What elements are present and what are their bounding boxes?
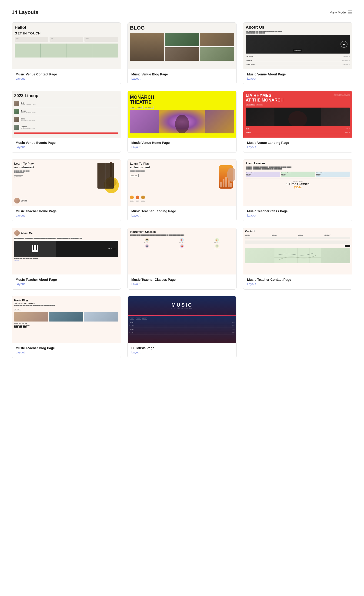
tl-icons: WeeklyClasses FlexibleClasses SpecialCla…	[130, 195, 234, 202]
page-title: 14 Layouts	[12, 9, 38, 15]
page-header: 14 Layouts View Mode	[12, 9, 352, 15]
teacher-about-header: About Me	[14, 230, 118, 237]
monarch-image	[130, 110, 234, 134]
nav-home: Home	[130, 106, 135, 109]
card-info: Music Venue Events Page Layout	[12, 138, 121, 152]
class-item-flute: 🎵 Flute Classes	[130, 244, 164, 250]
view-mode-icon	[348, 10, 352, 14]
card-info: Music Teacher Contact Page Layout	[243, 275, 352, 289]
landing-item: DiviMarch 10	[246, 127, 350, 130]
submit-button[interactable]: Submit	[345, 245, 350, 247]
card-preview: Contact Address ███ ████ Email ███ ████ …	[243, 228, 352, 275]
card-music-teacher-home[interactable]: Learn To Playan Instrument ████████ ████…	[12, 159, 121, 221]
classes-title: Instrument Classes	[130, 230, 234, 233]
card-dj-music[interactable]: MUSIC DJ • LIVE PERFORMER Home Events Mu…	[127, 296, 237, 358]
card-music-venue-about[interactable]: About Us ████ ██ ████████ ████ ██████ ██…	[243, 22, 352, 84]
card-info: Music Teacher Classes Page Layout	[128, 275, 237, 289]
blog-tags: Music Piano Learn	[14, 326, 118, 328]
svg-rect-25	[230, 183, 232, 187]
landing-top: LIA RHYMESAT THE MONARCH Saturday March …	[246, 93, 350, 106]
card-preview: Piano Lessons ████████ ████ ████ ██████ …	[243, 159, 352, 206]
card-music-venue-events[interactable]: 2023 Lineup Divi Saturday, December 8, 2…	[12, 91, 121, 153]
card-info: Music Teacher Blog Page Layout	[12, 343, 121, 358]
card-info: Music Venue Contact Page Layout	[12, 69, 121, 84]
learn-more-link[interactable]: Learn More	[14, 260, 118, 261]
card-music-teacher-blog[interactable]: Music Blog The Best Love Traveled ██████…	[12, 296, 121, 358]
card-music-teacher-contact[interactable]: Contact Address ███ ████ Email ███ ████ …	[243, 228, 352, 290]
card-preview: Learn To Playan Instrument ████████ ████…	[12, 159, 121, 206]
contact-inputs	[245, 237, 350, 240]
cello-icon: 🎼	[215, 244, 219, 248]
card-music-teacher-landing[interactable]: Learn To Playan Instrument ████████ ████…	[127, 159, 237, 221]
mission-label: My Mission	[108, 248, 116, 250]
intermediate-cell: Intermediate Classes ████ ████ Learn Mor…	[281, 171, 315, 177]
events-preview: 2023 Lineup Divi Saturday, December 8, 2…	[12, 91, 121, 138]
play-button: ▶	[341, 41, 348, 48]
btn-contact[interactable]: Contact Us	[256, 104, 263, 106]
contact-fields: Address ███ ████ Email ███ ████ Phone ██…	[245, 233, 350, 236]
card-music-venue-blog[interactable]: BLOG Music Venue Blog Page	[127, 22, 237, 84]
read-more-btn[interactable]: Read More	[14, 309, 21, 311]
btn-tickets[interactable]: Pre-Order Tickets	[246, 104, 255, 106]
class-item-violin: 🎻 Violin Classes	[200, 238, 234, 243]
teacher-home-desc: ████████ ████ ████ ██████████ ██████ ███…	[14, 171, 118, 173]
field-address: Address ···	[84, 37, 118, 42]
key-black	[33, 245, 34, 250]
card-title: Music Venue Landing Page	[247, 141, 349, 145]
contact-map	[15, 44, 118, 58]
event-thumb	[14, 101, 19, 106]
card-music-venue-contact[interactable]: Hello! GET IN TOUCH Phone ··· Email ··· …	[12, 22, 121, 84]
input-name[interactable]	[245, 237, 297, 239]
card-music-teacher-class[interactable]: Piano Lessons ████████ ████ ████ ██████ …	[243, 159, 352, 221]
blog-title: Music Blog	[14, 299, 118, 301]
card-music-teacher-about[interactable]: About Me ████████ ████ ████ ██████ ████ …	[12, 228, 121, 290]
landing-list: DiviMarch 10 BloomMarch 12	[246, 127, 350, 134]
classes-grid: 🎹 Piano Classes 🎸 Guitar Classes 🎻 Violi…	[130, 238, 234, 250]
field-email: Email ███ ████	[272, 233, 298, 236]
view-mode-toggle[interactable]: View Mode	[330, 10, 352, 14]
input-email[interactable]	[298, 237, 350, 239]
card-type: Layout	[247, 214, 349, 217]
field-phone: Phone ···	[15, 37, 48, 42]
beginner-cell: Beginner Classes ████ ████ Learn More	[246, 171, 280, 177]
field-phone: Phone ███ ████	[298, 233, 324, 236]
teacher-home-cta[interactable]: Learn More	[14, 175, 23, 178]
event-thumb	[14, 125, 19, 130]
nav-events: Events	[137, 106, 143, 109]
dj-title: MUSIC	[171, 302, 193, 308]
card-preview: Hello! GET IN TOUCH Phone ··· Email ··· …	[12, 22, 121, 69]
contact-preview: Hello! GET IN TOUCH Phone ··· Email ··· …	[12, 22, 121, 69]
about-me-desc: Music Teacher	[21, 201, 27, 202]
classes-text: ████████ ████ ████ ██████ ████ █████████…	[130, 234, 234, 236]
teacher-contact-preview: Contact Address ███ ████ Email ███ ████ …	[243, 228, 352, 275]
card-title: Music Venue Home Page	[131, 141, 233, 145]
contact-title: Contact	[245, 230, 350, 233]
dj-nav-events[interactable]: Events	[136, 318, 141, 320]
contact-headline: Hello!	[15, 25, 118, 30]
post-text: ████████ ████ ████ ██████ ████ █████████…	[14, 305, 118, 306]
card-title: DJ Music Page	[131, 346, 233, 350]
card-music-teacher-classes[interactable]: Instrument Classes ████████ ████ ████ ██…	[127, 228, 237, 290]
card-info: Music Venue Blog Page Layout	[128, 69, 237, 84]
teacher-landing-cta[interactable]: Learn More	[130, 174, 139, 177]
card-music-venue-home[interactable]: MONARCH THEATRE MONARCHTHEATRE Home Even…	[127, 91, 237, 153]
card-type: Layout	[131, 214, 233, 217]
input-message[interactable]	[245, 240, 350, 244]
mission-text: ████████ ████ ████ ██████ ████ ████████	[14, 258, 118, 259]
card-title: Music Teacher About Page	[15, 278, 117, 282]
drum-icon: 🥁	[180, 244, 184, 248]
about-big-image: My Mission	[14, 241, 118, 257]
contact-fields: Phone ··· Email ··· Address ···	[15, 37, 118, 42]
dj-nav-music[interactable]: Music	[142, 318, 147, 320]
key-black	[36, 245, 37, 250]
card-music-venue-landing[interactable]: LIA RHYMESAT THE MONARCH Saturday March …	[243, 91, 352, 153]
about-headline: About Us	[246, 25, 350, 30]
event-list: Divi Saturday, December 8, 2023 Bloom Tu…	[14, 100, 118, 131]
card-title: Music Venue Blog Page	[131, 72, 233, 76]
events-headline: 2023 Lineup	[14, 93, 118, 98]
dj-nav-home[interactable]: Home	[130, 318, 134, 320]
card-type: Layout	[15, 282, 117, 286]
svg-rect-21	[220, 182, 222, 187]
event-item: Elegant Sunday, December 17, 2023	[14, 124, 118, 131]
dj-subtitle: DJ • LIVE PERFORMER	[171, 308, 193, 309]
